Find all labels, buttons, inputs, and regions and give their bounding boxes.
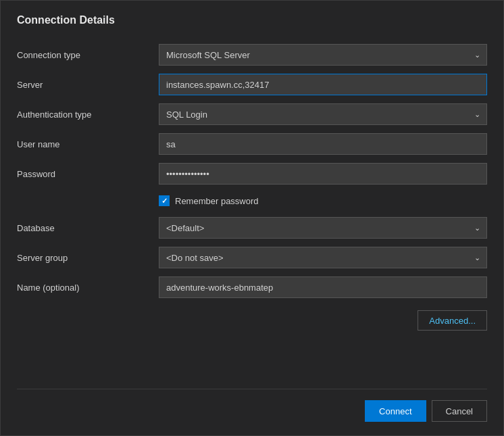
password-row: Password [17, 159, 487, 189]
database-select[interactable]: <Default> [159, 217, 487, 239]
authentication-type-select[interactable]: SQL Login Windows Authentication Azure A… [159, 103, 487, 125]
user-name-label: User name [17, 139, 159, 149]
authentication-type-wrapper: SQL Login Windows Authentication Azure A… [159, 103, 487, 125]
connection-type-row: Connection type Microsoft SQL Server ⌄ [17, 40, 487, 70]
server-group-row: Server group <Do not save> ⌄ [17, 243, 487, 272]
form-area: Connection type Microsoft SQL Server ⌄ S… [17, 40, 487, 383]
password-input[interactable] [159, 163, 487, 185]
user-name-row: User name [17, 129, 487, 159]
server-label: Server [17, 80, 159, 90]
server-input[interactable] [159, 74, 487, 95]
database-control: <Default> ⌄ [159, 217, 487, 239]
server-row: Server [17, 70, 487, 99]
password-label: Password [17, 169, 159, 179]
remember-password-wrapper[interactable]: Remember password [159, 195, 259, 206]
database-label: Database [17, 223, 159, 233]
connection-type-wrapper: Microsoft SQL Server ⌄ [159, 44, 487, 66]
name-optional-input[interactable] [159, 276, 487, 298]
advanced-button[interactable]: Advanced... [418, 310, 487, 331]
connection-details-dialog: Connection Details Connection type Micro… [0, 0, 504, 436]
server-group-label: Server group [17, 253, 159, 263]
authentication-type-row: Authentication type SQL Login Windows Au… [17, 99, 487, 129]
remember-password-checkbox[interactable] [159, 195, 170, 206]
authentication-type-label: Authentication type [17, 110, 159, 120]
database-row: Database <Default> ⌄ [17, 213, 487, 243]
authentication-type-control: SQL Login Windows Authentication Azure A… [159, 103, 487, 125]
dialog-title: Connection Details [17, 14, 487, 26]
server-group-select[interactable]: <Do not save> [159, 247, 487, 268]
name-optional-row: Name (optional) [17, 272, 487, 302]
server-control [159, 74, 487, 95]
connection-type-control: Microsoft SQL Server ⌄ [159, 44, 487, 66]
password-control [159, 163, 487, 185]
remember-password-label: Remember password [175, 196, 259, 206]
name-optional-control [159, 276, 487, 298]
server-group-wrapper: <Do not save> ⌄ [159, 247, 487, 268]
server-group-control: <Do not save> ⌄ [159, 247, 487, 268]
remember-password-row: Remember password [17, 189, 487, 213]
user-name-control [159, 133, 487, 155]
dialog-footer: Connect Cancel [17, 389, 487, 422]
connection-type-label: Connection type [17, 50, 159, 60]
connect-button[interactable]: Connect [365, 400, 426, 422]
database-wrapper: <Default> ⌄ [159, 217, 487, 239]
connection-type-select[interactable]: Microsoft SQL Server [159, 44, 487, 66]
advanced-row: Advanced... [17, 305, 487, 336]
cancel-button[interactable]: Cancel [432, 400, 487, 422]
user-name-input[interactable] [159, 133, 487, 155]
name-optional-label: Name (optional) [17, 283, 159, 293]
